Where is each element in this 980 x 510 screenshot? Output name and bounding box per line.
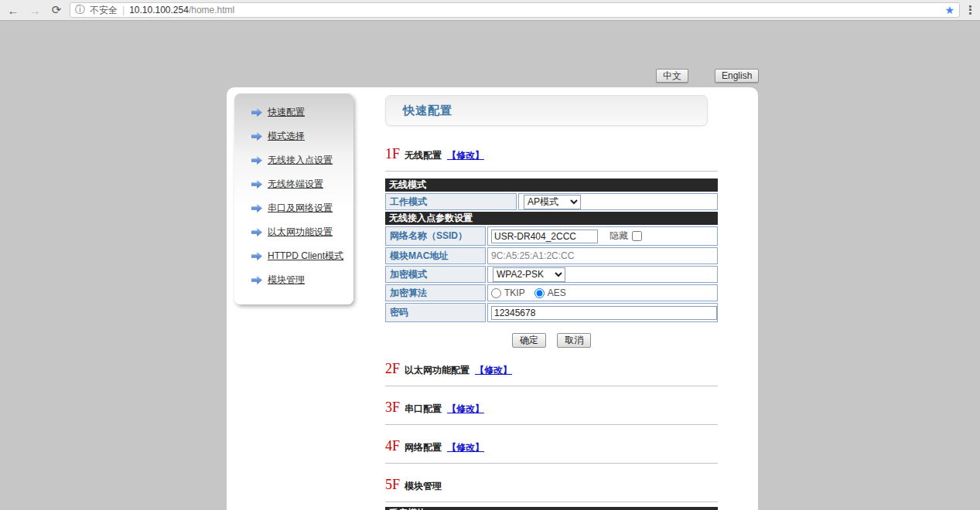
- cancel-button[interactable]: 取消: [557, 333, 591, 348]
- section-number: 3F: [385, 400, 400, 416]
- forward-icon[interactable]: →: [26, 2, 43, 19]
- ssid-label: 网络名称（SSID）: [385, 226, 486, 246]
- table-header: 无线接入点参数设置: [385, 212, 718, 225]
- divider: [385, 386, 718, 386]
- modify-link-uart[interactable]: 【修改】: [447, 403, 484, 416]
- back-icon[interactable]: ←: [5, 2, 22, 19]
- sidebar-link[interactable]: 以太网功能设置: [268, 226, 333, 239]
- encryption-mode-select[interactable]: WPA2-PSK: [493, 267, 565, 282]
- password-label: 密码: [385, 303, 486, 322]
- section-title: 串口配置: [405, 403, 442, 416]
- mac-label: 模块MAC地址: [385, 247, 486, 264]
- arrow-icon: [251, 108, 262, 117]
- content-panel: 快速配置 模式选择 无线接入点设置 无线终端设置 串口及网络设置 以太网功能设置…: [227, 87, 758, 510]
- url-separator: |: [122, 5, 125, 15]
- arrow-icon: [251, 252, 262, 261]
- table-row: 加密模式 WPA2-PSK: [385, 266, 718, 283]
- sidebar-link[interactable]: 模式选择: [268, 130, 305, 143]
- section-title: 以太网功能配置: [405, 364, 470, 377]
- sidebar-item-mode-select[interactable]: 模式选择: [234, 124, 353, 148]
- password-cell: [487, 303, 718, 322]
- section-title: 网络配置: [405, 441, 442, 454]
- section-number: 2F: [385, 361, 400, 377]
- divider: [385, 463, 718, 464]
- table-row: 密码: [385, 303, 718, 322]
- arrow-icon: [251, 228, 262, 237]
- arrow-icon: [251, 204, 262, 213]
- sidebar-item-ethernet[interactable]: 以太网功能设置: [234, 220, 353, 244]
- url-host: 10.10.100.254: [129, 5, 189, 15]
- section-5f-module: 5F 模块管理: [385, 477, 718, 493]
- aes-label: AES: [548, 287, 566, 298]
- divider: [385, 502, 718, 502]
- ap-params-table: 无线接入点参数设置 网络名称（SSID） 隐藏 模块MAC地址 9C:A5:25…: [385, 212, 718, 322]
- hide-ssid-checkbox[interactable]: [632, 231, 642, 241]
- main-content: 快速配置 1F 无线配置 【修改】 无线模式 工作模式 AP模式 无线接入点参数…: [385, 95, 718, 510]
- encryption-algorithm-cell: TKIP AES: [487, 284, 718, 301]
- section-number: 1F: [385, 146, 400, 162]
- arrow-icon: [251, 180, 262, 189]
- hide-ssid-label: 隐藏: [610, 230, 628, 243]
- arrow-icon: [251, 276, 262, 285]
- tkip-label: TKIP: [504, 287, 525, 298]
- ok-button[interactable]: 确定: [512, 333, 546, 348]
- radio-group: TKIP AES: [491, 287, 572, 298]
- tkip-radio[interactable]: [491, 288, 501, 298]
- browser-toolbar: ← → ⟳ ⓘ 不安全 | 10.10.100.254/home.html ★ …: [0, 0, 980, 21]
- form-buttons: 确定 取消: [385, 332, 718, 348]
- url-text: 10.10.100.254/home.html: [129, 5, 234, 15]
- ssid-cell: 隐藏: [487, 226, 718, 246]
- restart-table: 重启模块 重启模块 重启: [385, 507, 718, 510]
- language-chinese-button[interactable]: 中文: [656, 69, 688, 83]
- password-input[interactable]: [491, 306, 717, 320]
- ssid-input[interactable]: [491, 230, 598, 243]
- section-title: 无线配置: [405, 149, 442, 162]
- sidebar-link[interactable]: 无线接入点设置: [268, 154, 333, 167]
- sidebar-item-uart-network[interactable]: 串口及网络设置: [234, 196, 353, 220]
- sidebar-link[interactable]: 无线终端设置: [268, 178, 323, 191]
- page-info-icon[interactable]: ⓘ: [75, 3, 85, 17]
- table-row: 模块MAC地址 9C:A5:25:A1:2C:CC: [385, 247, 718, 264]
- section-2f-ethernet: 2F 以太网功能配置 【修改】: [385, 361, 718, 377]
- table-header: 无线模式: [385, 178, 718, 192]
- sidebar-item-quick-config[interactable]: 快速配置: [234, 100, 353, 124]
- modify-link-wireless[interactable]: 【修改】: [447, 149, 484, 162]
- encryption-mode-label: 加密模式: [385, 266, 486, 283]
- sidebar-item-ap-settings[interactable]: 无线接入点设置: [234, 148, 353, 172]
- arrow-icon: [251, 132, 262, 141]
- language-english-button[interactable]: English: [715, 69, 759, 83]
- encryption-algorithm-label: 加密算法: [385, 284, 486, 301]
- sidebar-item-sta-settings[interactable]: 无线终端设置: [234, 172, 353, 196]
- url-path: /home.html: [189, 5, 234, 15]
- table-header: 重启模块: [385, 507, 718, 510]
- address-bar[interactable]: ⓘ 不安全 | 10.10.100.254/home.html ★: [70, 2, 960, 18]
- modify-link-network[interactable]: 【修改】: [447, 441, 484, 454]
- sidebar-item-httpd-client[interactable]: HTTPD Client模式: [234, 244, 353, 268]
- sidebar-link[interactable]: HTTPD Client模式: [268, 250, 343, 263]
- table-row: 网络名称（SSID） 隐藏: [385, 226, 718, 246]
- section-title: 模块管理: [405, 480, 442, 493]
- refresh-icon[interactable]: ⟳: [48, 2, 65, 19]
- browser-menu-icon[interactable]: ⋮: [965, 3, 975, 17]
- sidebar-link[interactable]: 模块管理: [268, 274, 305, 287]
- mac-value: 9C:A5:25:A1:2C:CC: [487, 247, 718, 264]
- page-title: 快速配置: [386, 104, 452, 118]
- modify-link-ethernet[interactable]: 【修改】: [475, 364, 512, 377]
- table-row: 加密算法 TKIP AES: [385, 284, 718, 301]
- sidebar-link[interactable]: 串口及网络设置: [268, 202, 333, 215]
- sidebar-item-module-manage[interactable]: 模块管理: [234, 268, 353, 292]
- section-3f-uart: 3F 串口配置 【修改】: [385, 400, 718, 416]
- page-title-box: 快速配置: [385, 95, 708, 126]
- bookmark-star-icon[interactable]: ★: [944, 4, 954, 16]
- work-mode-select[interactable]: AP模式: [524, 195, 581, 209]
- divider: [385, 171, 718, 172]
- wireless-mode-table: 无线模式 工作模式 AP模式: [385, 178, 718, 210]
- work-mode-cell: AP模式: [518, 193, 718, 210]
- aes-radio[interactable]: [534, 288, 545, 298]
- encryption-mode-cell: WPA2-PSK: [487, 266, 718, 283]
- section-4f-network: 4F 网络配置 【修改】: [385, 438, 718, 454]
- section-number: 4F: [385, 438, 400, 454]
- arrow-icon: [251, 156, 262, 165]
- insecure-label: 不安全: [90, 4, 118, 17]
- sidebar-link[interactable]: 快速配置: [268, 106, 305, 119]
